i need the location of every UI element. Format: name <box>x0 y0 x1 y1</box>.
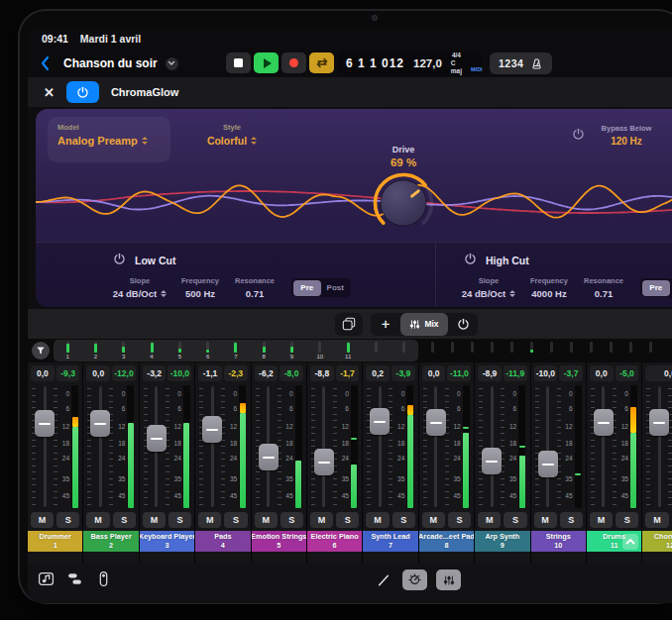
low-cut-slope[interactable]: Slope 24 dB/Oct <box>107 276 172 299</box>
solo-button[interactable]: S <box>56 512 79 528</box>
fader-cap[interactable] <box>482 448 502 474</box>
overview-track-meter[interactable] <box>442 340 462 353</box>
track-name-tab[interactable]: Bass Player2 <box>83 531 138 552</box>
low-cut-resonance[interactable]: Resonance 0.71 <box>228 276 281 299</box>
overview-track-meter[interactable]: 2 <box>81 340 109 362</box>
overview-track-meter[interactable] <box>561 340 581 353</box>
overview-track-meter[interactable] <box>640 340 660 353</box>
bypass-below-control[interactable]: Bypass Below 120 Hz <box>589 124 664 147</box>
overview-track-meter[interactable]: 11 <box>334 340 362 362</box>
peak-readout[interactable]: -8,0 <box>280 365 303 381</box>
overview-track-meter[interactable] <box>482 340 502 353</box>
track-name-tab[interactable]: Drums11 <box>587 531 641 552</box>
track-name-tab[interactable]: Drummer1 <box>28 531 82 552</box>
song-dropdown-icon[interactable] <box>166 57 178 70</box>
plugin-power-button[interactable] <box>66 81 99 103</box>
volume-fader[interactable] <box>591 384 616 509</box>
solo-button[interactable]: S <box>280 512 303 528</box>
overview-track-meter[interactable]: 3 <box>110 340 138 362</box>
peak-readout[interactable]: -2,3 <box>224 365 248 381</box>
volume-readout[interactable]: 0,0 <box>422 365 446 381</box>
lcd-display[interactable]: 6 1 1 012 127,0 4/4 C maj MIDI <box>337 52 482 75</box>
track-name-tab[interactable]: Electric Piano6 <box>307 531 362 552</box>
track-name-tab[interactable]: Synth Lead7 <box>363 531 417 552</box>
volume-fader[interactable] <box>87 384 113 509</box>
mute-button[interactable]: M <box>478 512 501 528</box>
overview-track-meter[interactable] <box>422 340 442 353</box>
bypass-power-icon[interactable] <box>572 127 585 145</box>
overview-track-meter[interactable] <box>462 340 482 353</box>
volume-fader[interactable] <box>256 384 281 509</box>
overview-track-meter[interactable] <box>502 340 521 353</box>
track-name-tab[interactable]: Emotion Strings5 <box>252 531 306 552</box>
overview-track-meter[interactable] <box>391 340 418 362</box>
volume-readout[interactable]: -6,2 <box>255 365 279 381</box>
fader-cap[interactable] <box>259 444 279 470</box>
overview-visible-range[interactable]: 1234567891011 <box>54 340 418 362</box>
fader-cap[interactable] <box>538 451 558 477</box>
fader-cap[interactable] <box>370 408 390 435</box>
volume-readout[interactable]: -3,2 <box>143 365 167 381</box>
overview-track-meter[interactable]: 6 <box>193 340 221 362</box>
expand-chevron-button[interactable] <box>622 534 638 550</box>
solo-button[interactable]: S <box>448 512 471 528</box>
track-name-tab[interactable]: Chorus V12 <box>642 531 672 552</box>
overview-track-meter[interactable] <box>362 340 390 362</box>
volume-readout[interactable]: 0,0 <box>590 365 614 381</box>
metronome-icon[interactable] <box>530 57 543 70</box>
cycle-button[interactable] <box>309 52 334 73</box>
high-cut-power-icon[interactable] <box>464 252 477 269</box>
overview-track-meter[interactable]: 10 <box>306 340 334 362</box>
solo-button[interactable]: S <box>168 512 191 528</box>
mix-view-button[interactable]: Mix <box>400 313 448 336</box>
filter-tracks-button[interactable] <box>32 342 50 360</box>
browser-icon[interactable] <box>38 570 55 587</box>
peak-readout[interactable]: -12,0 <box>112 365 136 381</box>
style-selector[interactable]: Style Colorful <box>192 123 272 147</box>
solo-button[interactable]: S <box>113 512 136 528</box>
overview-track-meter[interactable]: 1 <box>54 340 81 362</box>
solo-button[interactable]: S <box>224 512 247 528</box>
stop-button[interactable] <box>226 52 251 73</box>
solo-button[interactable]: S <box>392 512 415 528</box>
record-button[interactable] <box>281 52 306 73</box>
mute-button[interactable]: M <box>143 512 166 528</box>
overview-track-meter[interactable] <box>581 340 601 353</box>
solo-button[interactable]: S <box>504 512 526 528</box>
volume-readout[interactable]: -1,1 <box>198 365 222 381</box>
overview-track-meter[interactable]: 9 <box>278 340 305 362</box>
peak-readout[interactable]: -3,7 <box>559 365 583 381</box>
volume-readout[interactable]: 0,2 <box>366 365 390 381</box>
mute-button[interactable]: M <box>590 512 613 528</box>
track-name-tab[interactable]: Pads4 <box>195 531 250 552</box>
mute-button[interactable]: M <box>422 512 445 528</box>
fader-cap[interactable] <box>649 409 669 436</box>
fader-cap[interactable] <box>147 425 167 452</box>
mixer-toggle-button[interactable] <box>436 569 461 590</box>
volume-readout[interactable]: -10,0 <box>534 365 558 381</box>
volume-fader[interactable] <box>199 384 225 509</box>
track-name-tab[interactable]: Keyboard Player3 <box>140 531 194 552</box>
overview-track-meter[interactable]: 4 <box>138 340 166 362</box>
high-cut-slope[interactable]: Slope 24 dB/Oct <box>456 276 521 299</box>
peak-readout[interactable]: -3,9 <box>392 365 415 381</box>
peak-readout[interactable]: -5,0 <box>616 365 639 381</box>
mute-button[interactable]: M <box>86 512 109 528</box>
count-in-button[interactable]: 1234 <box>499 57 523 69</box>
overview-track-meter[interactable] <box>601 340 620 353</box>
fader-cap[interactable] <box>90 410 110 437</box>
volume-readout[interactable]: 0,0 <box>31 365 55 381</box>
mute-button[interactable]: M <box>31 512 54 528</box>
low-cut-power-icon[interactable] <box>113 252 126 269</box>
volume-fader[interactable] <box>535 384 561 509</box>
mixer-power-button[interactable] <box>448 313 478 336</box>
volume-fader[interactable] <box>367 384 392 509</box>
volume-fader[interactable] <box>144 384 169 509</box>
fader-cap[interactable] <box>314 449 334 475</box>
channel-strip-components-button[interactable] <box>335 313 363 336</box>
track-name-tab[interactable]: Strings10 <box>531 531 586 552</box>
fader-cap[interactable] <box>594 409 614 436</box>
overview-track-meter[interactable] <box>521 340 541 353</box>
play-button[interactable] <box>254 52 279 73</box>
overview-offscreen-tracks[interactable] <box>422 340 660 353</box>
